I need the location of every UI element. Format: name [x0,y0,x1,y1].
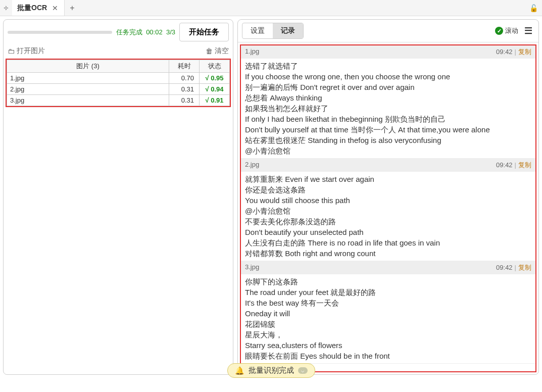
start-task-button[interactable]: 开始任务 [179,23,229,41]
clear-label: 清空 [215,46,229,56]
open-images-button[interactable]: 🗀 打开图片 [8,46,45,56]
record-file: 3.jpg [245,263,259,272]
col-image: 图片 (3) [7,60,169,73]
table-row[interactable]: 1.jpg0.70√ 0.95 [7,73,230,84]
left-panel: 任务完成 00:02 3/3 开始任务 🗀 打开图片 🗑 清空 图片 (3) [3,19,233,375]
record-time: 09:42 [496,264,513,271]
record-item: 2.jpg09:42|复制就算重新来 Even if we start over… [241,159,535,261]
toast: 🔔 批量识别完成 ⌵ [227,363,315,378]
scroll-label: 滚动 [505,26,518,35]
file-time: 0.31 [169,95,200,106]
file-status: √ 0.91 [200,95,230,106]
task-status: 任务完成 00:02 3/3 [116,28,175,37]
folder-icon: 🗀 [8,47,15,55]
right-tabs: 设置 记录 [242,23,304,39]
check-icon: ✓ [495,27,503,35]
file-status: √ 0.94 [200,84,230,95]
toast-close-icon[interactable]: ⌵ [298,367,308,374]
record-text[interactable]: 你脚下的这条路 The road under your feet 就是最好的路 … [241,274,535,363]
record-file: 1.jpg [245,47,259,57]
table-row[interactable]: 3.jpg0.31√ 0.91 [7,95,230,106]
toast-message: 批量识别完成 [249,366,294,375]
record-item: 3.jpg09:42|复制你脚下的这条路 The road under your… [241,261,535,364]
file-status: √ 0.95 [200,73,230,84]
trash-icon: 🗑 [206,47,213,55]
progress-bar [8,31,112,34]
file-time: 0.31 [169,84,200,95]
file-name: 2.jpg [7,84,169,95]
record-item: 1.jpg09:42|复制选错了就选错了 If you choose the w… [241,45,535,159]
right-panel: 设置 记录 ✓ 滚动 ☰ 1.jpg09:42|复制选错了就选错了 If you… [237,19,539,375]
menu-icon[interactable]: ☰ [522,24,534,37]
col-status: 状态 [200,60,230,73]
record-time: 09:42 [496,161,513,169]
tab-settings[interactable]: 设置 [242,23,273,38]
task-time: 00:02 [146,28,163,36]
record-text[interactable]: 就算重新来 Even if we start over again 你还是会选这… [241,172,535,261]
tab-title: 批量OCR [17,4,47,13]
tab-batch-ocr[interactable]: 批量OCR ✕ [12,0,65,16]
file-name: 3.jpg [7,95,169,106]
copy-button[interactable]: 复制 [518,161,531,169]
tab-records[interactable]: 记录 [273,23,303,38]
record-text[interactable]: 选错了就选错了 If you choose the wrong one, the… [241,59,535,158]
records-list: 1.jpg09:42|复制选错了就选错了 If you choose the w… [240,44,536,372]
copy-button[interactable]: 复制 [518,48,531,56]
record-time: 09:42 [496,48,513,56]
pin-icon[interactable]: ✧ [0,4,12,12]
tabbar: ✧ 批量OCR ✕ + 🔓 [0,0,542,16]
open-images-label: 打开图片 [17,46,45,56]
file-time: 0.70 [169,73,200,84]
close-icon[interactable]: ✕ [51,4,59,12]
add-tab-icon[interactable]: + [65,4,79,13]
lock-icon[interactable]: 🔓 [529,4,538,12]
bell-icon: 🔔 [235,366,244,375]
col-time: 耗时 [169,60,200,73]
clear-button[interactable]: 🗑 清空 [206,46,229,56]
file-table: 图片 (3) 耗时 状态 1.jpg0.70√ 0.952.jpg0.31√ 0… [6,59,231,107]
table-row[interactable]: 2.jpg0.31√ 0.94 [7,84,230,95]
task-status-label: 任务完成 [116,28,142,36]
record-file: 2.jpg [245,161,259,170]
task-progress: 3/3 [166,28,175,36]
scroll-toggle[interactable]: ✓ 滚动 [495,26,518,35]
file-name: 1.jpg [7,73,169,84]
copy-button[interactable]: 复制 [518,264,531,271]
